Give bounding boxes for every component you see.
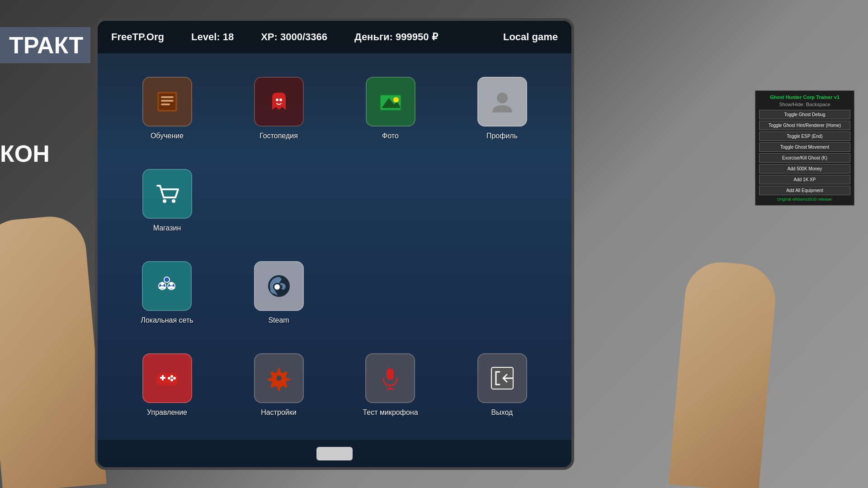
app-profile-box [477, 77, 527, 127]
svg-point-10 [393, 97, 399, 103]
app-shop-label: Магазин [153, 224, 181, 232]
tablet: FreeTP.Org Level: 18 XP: 3000/3366 Деньг… [95, 18, 574, 470]
home-button[interactable] [316, 447, 353, 460]
xp-label: XP: 3000/3366 [261, 31, 327, 43]
app-exit[interactable]: Выход [477, 353, 527, 417]
app-gostopedia-box [254, 77, 304, 127]
app-controls-label: Управление [147, 408, 187, 417]
svg-point-17 [160, 282, 164, 286]
app-shop-box [142, 169, 192, 219]
photo-icon [377, 88, 404, 115]
app-gostopedia[interactable]: Гостопедия [254, 77, 304, 140]
profile-icon [489, 88, 516, 115]
app-exit-label: Выход [491, 408, 513, 417]
app-photo-label: Фото [382, 132, 399, 140]
app-mic-test[interactable]: Тест микрофона [363, 353, 418, 417]
gear-icon [265, 365, 292, 392]
tablet-bottom-bar [98, 440, 571, 467]
app-photo[interactable]: Фото [366, 77, 415, 140]
cart-icon [154, 180, 181, 207]
app-gostopedia-label: Гостопедия [259, 132, 298, 140]
book-icon [154, 88, 181, 115]
app-settings[interactable]: Настройки [254, 353, 304, 417]
trainer-btn-esp[interactable]: Toggle ESP (End) [759, 131, 850, 141]
app-shop[interactable]: Магазин [142, 169, 192, 232]
level-label: Level: 18 [191, 31, 234, 43]
app-local-net-label: Локальная сеть [141, 316, 193, 324]
svg-point-26 [170, 379, 173, 381]
svg-point-18 [170, 282, 173, 286]
svg-point-13 [172, 199, 175, 203]
app-steam[interactable]: Steam [254, 261, 304, 324]
app-controls[interactable]: Управление [142, 353, 192, 417]
gamepad-icon [154, 365, 181, 392]
ghost-book-icon [265, 88, 292, 115]
svg-point-27 [168, 377, 170, 380]
app-obuchenie-label: Обучение [151, 132, 184, 140]
money-label: Деньги: 999950 ₽ [354, 31, 438, 43]
site-label: FreeTP.Org [111, 31, 164, 43]
exit-icon [489, 365, 516, 392]
trainer-btn-exorcise[interactable]: Exorcise/Kill Ghost (K) [759, 153, 850, 163]
trainer-btn-500k-money[interactable]: Add 500K Money [759, 164, 850, 174]
app-settings-box [254, 353, 304, 403]
app-local-net[interactable]: Локальная сеть [141, 261, 193, 324]
app-photo-box [366, 77, 415, 127]
svg-point-12 [163, 199, 166, 203]
app-obuchenie-box [142, 77, 192, 127]
trainer-btn-ghost-movement[interactable]: Toggle Ghost Movement [759, 142, 850, 152]
network-icon [153, 272, 180, 300]
app-controls-box [142, 353, 192, 403]
svg-point-24 [170, 375, 173, 378]
app-mic-test-label: Тест микрофона [363, 408, 418, 417]
game-mode-label: Local game [503, 31, 558, 43]
svg-point-6 [279, 99, 282, 101]
app-local-net-box [142, 261, 192, 311]
app-obuchenie[interactable]: Обучение [142, 77, 192, 140]
svg-point-28 [276, 375, 282, 381]
app-steam-box [254, 261, 304, 311]
app-steam-label: Steam [268, 316, 289, 324]
svg-point-11 [497, 93, 508, 103]
svg-rect-23 [162, 375, 164, 380]
svg-rect-29 [387, 368, 394, 380]
svg-rect-3 [161, 100, 174, 102]
app-settings-label: Настройки [261, 408, 296, 417]
app-profile[interactable]: Профиль [477, 77, 527, 140]
svg-point-16 [164, 277, 170, 282]
trainer-footer: Original wh0am15533 release! [759, 197, 850, 202]
trainer-btn-1k-xp[interactable]: Add 1K XP [759, 175, 850, 184]
svg-point-5 [276, 99, 278, 101]
hand-right [669, 259, 778, 488]
svg-rect-4 [161, 103, 170, 105]
trainer-btn-ghost-debug[interactable]: Toggle Ghost Debug [759, 110, 850, 119]
wall-text-2: КОН [0, 140, 50, 167]
trainer-panel: Ghost Hunter Corp Trainer v1 Show/Hide: … [755, 90, 854, 206]
trainer-title: Ghost Hunter Corp Trainer v1 [759, 94, 850, 100]
trainer-btn-all-equipment[interactable]: Add All Equipment [759, 186, 850, 195]
app-grid: Обучение Гостопедия [98, 53, 571, 440]
steam-icon [265, 272, 292, 300]
trainer-btn-ghost-hint[interactable]: Toggle Ghost Hint/Renderer (Home) [759, 121, 850, 130]
app-profile-label: Профиль [486, 132, 518, 140]
svg-point-25 [173, 377, 176, 380]
app-mic-test-box [365, 353, 415, 403]
trainer-subtitle: Show/Hide: Backspace [759, 102, 850, 107]
mic-icon [377, 365, 404, 392]
svg-point-20 [274, 284, 280, 290]
tablet-header: FreeTP.Org Level: 18 XP: 3000/3366 Деньг… [98, 21, 571, 53]
app-exit-box [477, 353, 527, 403]
svg-rect-2 [161, 96, 174, 98]
wall-text-1: ТРАКТ [0, 27, 90, 63]
